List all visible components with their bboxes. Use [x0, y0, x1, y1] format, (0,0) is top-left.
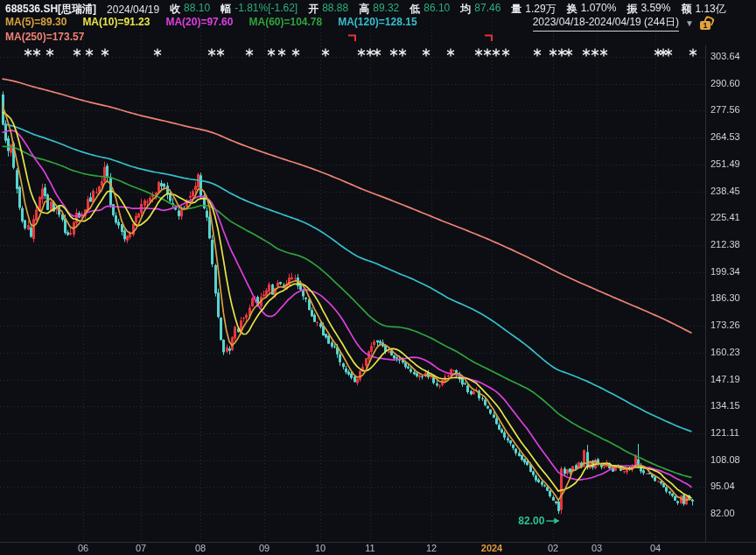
x-axis-tick-label: 08: [195, 543, 206, 553]
quote-field-label: 开: [308, 2, 318, 17]
y-axis-tick-label: 147.19: [710, 374, 740, 384]
x-axis-tick-label: 02: [548, 543, 558, 553]
x-axis-tick-label: 2024: [481, 543, 502, 553]
x-axis-tick-label: 04: [650, 543, 661, 553]
quote-date: 2024/04/19: [107, 4, 159, 16]
x-axis-tick-label: 06: [78, 543, 88, 553]
quote-field: 开88.88: [308, 2, 348, 17]
date-range-selector[interactable]: 2023/04/18-2024/04/19 (244日) ▼ 1: [533, 15, 712, 32]
y-axis-tick-label: 277.56: [710, 104, 740, 115]
y-axis-tick-label: 199.34: [710, 266, 740, 277]
y-axis-tick-label: 108.08: [710, 454, 740, 465]
chevron-down-icon[interactable]: ▼: [685, 18, 694, 28]
y-axis-tick-label: 264.53: [710, 131, 740, 142]
y-axis-tick-label: 134.15: [710, 400, 740, 411]
x-axis-tick-label: 03: [592, 543, 602, 553]
y-axis-tick-label: 160.23: [710, 347, 740, 357]
ma-legend-row2: MA(250)=173.57: [5, 31, 84, 43]
x-axis-tick-label: 09: [259, 543, 270, 553]
quote-field: 收88.10: [170, 2, 210, 17]
y-axis-tick-label: 290.60: [710, 78, 740, 88]
quote-field-label: 量: [511, 2, 522, 17]
y-axis-tick-label: 303.64: [710, 51, 740, 61]
quote-field-label: 高: [359, 2, 369, 17]
ma-legend-item: MA(20)=97.60: [165, 16, 233, 28]
quote-field: 低86.10: [410, 2, 450, 17]
y-axis-tick-label: 95.04: [710, 481, 735, 491]
ma-legend-row1: MA(5)=89.30MA(10)=91.23MA(20)=97.60MA(60…: [5, 16, 417, 28]
quote-field-value: 86.10: [424, 2, 450, 17]
quote-field-value: 88.88: [322, 2, 348, 17]
y-axis-tick-label: 238.45: [710, 186, 740, 196]
kline-app-window: 688536.SH[思瑞浦] 2024/04/19 收88.10幅-1.81%[…: [0, 0, 756, 555]
y-axis-tick-label: 186.30: [710, 292, 740, 303]
y-axis-tick-label: 251.49: [710, 158, 740, 169]
ma-legend-item: MA(250)=173.57: [5, 31, 84, 43]
lock-icon[interactable]: 1: [700, 17, 712, 30]
quote-field-label: 幅: [220, 2, 231, 17]
y-axis-tick-label: 82.00: [710, 508, 735, 518]
quote-field: 均87.46: [460, 2, 500, 17]
quote-field-value: 88.10: [184, 2, 210, 17]
quote-field-value: 87.46: [474, 2, 500, 17]
quote-field: 幅-1.81%[-1.62]: [220, 2, 298, 17]
y-axis-tick-label: 121.11: [710, 427, 739, 438]
ma-legend-item: MA(10)=91.23: [82, 16, 150, 28]
quote-field-value: 89.32: [373, 2, 399, 17]
x-axis-tick-label: 07: [136, 543, 146, 553]
date-range-text[interactable]: 2023/04/18-2024/04/19 (244日): [533, 15, 679, 32]
lock-badge: 1: [700, 21, 710, 30]
quote-field: 高89.32: [359, 2, 399, 17]
quote-field-label: 收: [170, 2, 180, 17]
quote-field-label: 低: [410, 2, 420, 17]
x-axis-tick-label: 11: [365, 543, 374, 553]
x-axis-tick-label: 10: [315, 543, 326, 553]
quote-field-label: 均: [460, 2, 471, 17]
kline-chart-canvas[interactable]: [0, 0, 756, 555]
y-axis-tick-label: 173.26: [710, 320, 740, 330]
quote-field-value: -1.81%[-1.62]: [234, 2, 298, 17]
y-axis-tick-label: 225.41: [710, 212, 740, 222]
x-axis-tick-label: 12: [426, 543, 437, 553]
y-axis-tick-label: 212.38: [710, 239, 740, 249]
ma-legend-item: MA(60)=104.78: [248, 16, 322, 28]
ma-legend-item: MA(5)=89.30: [5, 16, 66, 28]
stock-symbol: 688536.SH[思瑞浦]: [5, 2, 96, 17]
ma-legend-item: MA(120)=128.15: [338, 16, 416, 28]
